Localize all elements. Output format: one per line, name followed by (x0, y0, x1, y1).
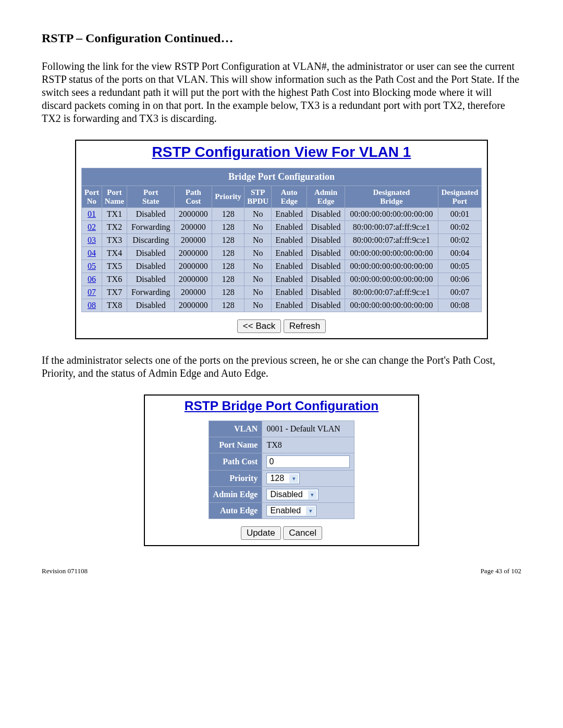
table-cell: 128 (212, 299, 244, 312)
table-cell: No (244, 221, 272, 234)
table-cell: 00:04 (438, 247, 481, 260)
table-row: 03TX3Discarding200000128NoEnabledDisable… (82, 234, 482, 247)
table-cell: 128 (212, 234, 244, 247)
rstp-config-view-panel: RSTP Configuration View For VLAN 1 Bridg… (75, 140, 488, 339)
table1-col-header: Priority (212, 186, 244, 208)
refresh-button[interactable]: Refresh (284, 319, 326, 333)
section-heading: RSTP – Configuration Continued… (42, 31, 521, 45)
table-cell: 00:00:00:00:00:00:00:00 (345, 273, 438, 286)
table-cell: TX2 (102, 221, 127, 234)
table1-col-header: AdminEdge (307, 186, 345, 208)
table-cell: 00:01 (438, 208, 481, 221)
table-cell: 128 (212, 247, 244, 260)
table1-col-header: PortName (102, 186, 127, 208)
table-cell: 80:00:00:07:af:ff:9c:e1 (345, 286, 438, 299)
table-cell: Disabled (307, 208, 345, 221)
vlan-label: VLAN (209, 421, 262, 437)
table-cell: 00:02 (438, 234, 481, 247)
table-cell: 00:02 (438, 221, 481, 234)
cancel-button[interactable]: Cancel (283, 526, 322, 540)
table-cell: 2000000 (175, 208, 212, 221)
table-cell: No (244, 208, 272, 221)
table-cell: TX6 (102, 273, 127, 286)
table1-col-header: PortState (127, 186, 175, 208)
table1-col-header: DesignatedPort (438, 186, 481, 208)
table-cell: No (244, 234, 272, 247)
table-row: 06TX6Disabled2000000128NoEnabledDisabled… (82, 273, 482, 286)
table-cell: TX3 (102, 234, 127, 247)
port-link[interactable]: 07 (88, 288, 96, 297)
table-cell: Disabled (127, 273, 175, 286)
table-cell: Enabled (272, 208, 307, 221)
table-cell: 200000 (175, 286, 212, 299)
table-cell: 80:00:00:07:af:ff:9c:e1 (345, 234, 438, 247)
table-cell: Disabled (307, 234, 345, 247)
table-cell: Enabled (272, 273, 307, 286)
table-cell: 200000 (175, 234, 212, 247)
table1-col-header: DesignatedBridge (345, 186, 438, 208)
footer-revision: Revision 071108 (42, 567, 88, 575)
autoedge-value: Enabled (270, 506, 306, 515)
table-cell: Enabled (272, 286, 307, 299)
intro-paragraph-2: If the administrator selects one of the … (42, 354, 521, 380)
table-cell: Enabled (272, 247, 307, 260)
chevron-down-icon: ▾ (306, 507, 315, 515)
bridge-port-config-table: Bridge Port Configuration PortNoPortName… (81, 168, 482, 312)
table-cell: Forwarding (127, 221, 175, 234)
table-cell: TX8 (102, 299, 127, 312)
table-cell: No (244, 273, 272, 286)
adminedge-value: Disabled (270, 490, 308, 499)
panel2-title-link[interactable]: RSTP Bridge Port Configuration (185, 399, 379, 413)
pathcost-input[interactable] (266, 455, 350, 468)
table-cell: Disabled (307, 260, 345, 273)
table-cell: Disabled (307, 273, 345, 286)
rstp-bridge-port-config-panel: RSTP Bridge Port Configuration VLAN 0001… (144, 394, 419, 546)
adminedge-select[interactable]: Disabled ▾ (266, 489, 318, 500)
port-link[interactable]: 03 (88, 236, 96, 244)
table-cell: TX5 (102, 260, 127, 273)
table-cell: TX1 (102, 208, 127, 221)
table1-col-header: PathCost (175, 186, 212, 208)
table-row: 02TX2Forwarding200000128NoEnabledDisable… (82, 221, 482, 234)
table-cell: Discarding (127, 234, 175, 247)
pathcost-label: Path Cost (209, 453, 262, 471)
table-cell: 2000000 (175, 299, 212, 312)
priority-select[interactable]: 128 ▾ (266, 473, 300, 484)
table-cell: Disabled (127, 247, 175, 260)
table-cell: 80:00:00:07:af:ff:9c:e1 (345, 221, 438, 234)
table-cell: 128 (212, 260, 244, 273)
table-cell: 00:00:00:00:00:00:00:00 (345, 208, 438, 221)
table-cell: 00:00:00:00:00:00:00:00 (345, 260, 438, 273)
table-cell: Disabled (307, 286, 345, 299)
table-cell: No (244, 260, 272, 273)
port-link[interactable]: 06 (88, 275, 96, 283)
table-cell: No (244, 247, 272, 260)
port-link[interactable]: 05 (88, 262, 96, 270)
table-cell: Enabled (272, 234, 307, 247)
chevron-down-icon: ▾ (308, 490, 317, 499)
port-link[interactable]: 01 (88, 209, 96, 218)
table-cell: Enabled (272, 221, 307, 234)
table-cell: Enabled (272, 260, 307, 273)
table-cell: Enabled (272, 299, 307, 312)
table-cell: 00:07 (438, 286, 481, 299)
table-cell: Disabled (307, 247, 345, 260)
table-row: 07TX7Forwarding200000128NoEnabledDisable… (82, 286, 482, 299)
back-button[interactable]: << Back (237, 319, 281, 333)
chevron-down-icon: ▾ (289, 474, 298, 483)
port-link[interactable]: 04 (88, 249, 96, 257)
table-cell: 200000 (175, 221, 212, 234)
table-cell: 128 (212, 286, 244, 299)
autoedge-select[interactable]: Enabled ▾ (266, 505, 316, 516)
update-button[interactable]: Update (241, 526, 281, 540)
table-cell: 128 (212, 208, 244, 221)
table-cell: 2000000 (175, 260, 212, 273)
panel1-title-link[interactable]: RSTP Configuration View For VLAN 1 (152, 144, 411, 160)
priority-label: Priority (209, 471, 262, 487)
table-cell: 2000000 (175, 273, 212, 286)
table-cell: Disabled (127, 208, 175, 221)
vlan-value: 0001 - Default VLAN (262, 421, 354, 437)
port-link[interactable]: 08 (88, 301, 96, 310)
port-link[interactable]: 02 (88, 223, 96, 231)
table-cell: TX7 (102, 286, 127, 299)
